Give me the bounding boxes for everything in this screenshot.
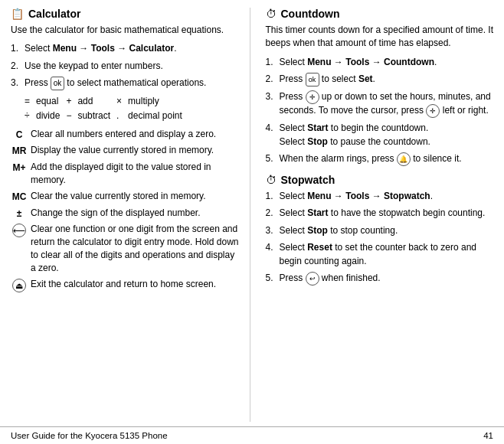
label-subtract: subtract <box>77 109 116 123</box>
MC-desc: Clear the value currently stored in memo… <box>31 190 206 203</box>
label-add: add <box>77 94 116 109</box>
calc-step-3-content: Press ok to select mathematical operatio… <box>25 77 239 90</box>
MR-icon: MR <box>11 144 28 158</box>
content-area: 📋 Calculator Use the calculator for basi… <box>0 0 504 426</box>
sw-step-4-content: Select Reset to set the counter back to … <box>280 241 494 268</box>
ok-icon: ok <box>51 77 64 90</box>
sw-step-2: Select Start to have the stopwatch begin… <box>266 207 494 220</box>
alarm-icon: 🔔 <box>397 152 411 166</box>
footer-left-text: User Guide for the Kyocera 5135 Phone <box>11 431 168 440</box>
countdown-header: ⏱ Countdown <box>266 8 494 20</box>
sw-step-1-content: Select Menu → Tools → Stopwatch. <box>280 190 494 203</box>
Mplus-icon: M+ <box>11 161 28 175</box>
MR-desc: Display the value currently stored in me… <box>31 144 214 157</box>
nav-icon-2: ✛ <box>426 104 440 118</box>
sym-row-back: ⟵ Clear one function or one digit from t… <box>11 223 239 274</box>
cd-step-5: When the alarm rings, press 🔔 to silence… <box>266 152 494 166</box>
sym-row-MR: MR Display the value currently stored in… <box>11 144 239 158</box>
calculator-steps: Select Menu → Tools → Calculator. Use th… <box>11 42 239 90</box>
stopwatch-icon: ⏱ <box>266 174 277 186</box>
exit-desc: Exit the calculator and return to home s… <box>31 278 216 291</box>
countdown-intro: This timer counts down for a specified a… <box>266 24 494 51</box>
calc-step-2: Use the keypad to enter numbers. <box>11 60 239 73</box>
label-equal: equal <box>36 94 66 109</box>
C-desc: Clear all numbers entered and display a … <box>31 128 216 141</box>
calc-symbol-table: = equal + add × multiply ÷ divide − subt… <box>25 94 239 123</box>
pm-desc: Change the sign of the displayed number. <box>31 207 200 220</box>
pm-icon: ± <box>11 207 28 220</box>
calc-step-1-content: Select Menu → Tools → Calculator. <box>25 42 239 55</box>
footer: User Guide for the Kyocera 5135 Phone 41 <box>0 426 504 444</box>
exit-circle-icon: ⏏ <box>12 279 26 292</box>
page-container: 📋 Calculator Use the calculator for basi… <box>0 0 504 444</box>
countdown-icon: ⏱ <box>266 8 277 20</box>
sw-step-3-content: Select Stop to stop counting. <box>280 224 494 237</box>
sym-row-pm: ± Change the sign of the displayed numbe… <box>11 207 239 220</box>
ok-icon-cd: ok <box>306 73 319 87</box>
cd-step-4: Select Start to begin the countdown. Sel… <box>266 122 494 149</box>
stopwatch-title: Stopwatch <box>281 174 335 186</box>
sw-step-5-content: Press ↩ when finished. <box>280 272 494 286</box>
cd-step-3-content: Press ✛ up or down to set the hours, min… <box>280 90 494 118</box>
sw-step-4: Select Reset to set the counter back to … <box>266 241 494 268</box>
cd-step-4-content: Select Start to begin the countdown. Sel… <box>280 122 494 149</box>
calc-step-3: Press ok to select mathematical operatio… <box>11 77 239 90</box>
label-divide: divide <box>36 109 66 123</box>
sym-row-exit: ⏏ Exit the calculator and return to home… <box>11 278 239 292</box>
calc-step-2-content: Use the keypad to enter numbers. <box>25 60 239 73</box>
calculator-title: Calculator <box>28 8 80 20</box>
sym-plus: + <box>66 94 77 109</box>
calculator-intro: Use the calculator for basic mathematica… <box>11 24 239 37</box>
sym-mult: × <box>116 94 128 109</box>
sw-step-1: Select Menu → Tools → Stopwatch. <box>266 190 494 203</box>
sym-div: ÷ <box>25 109 36 123</box>
end-icon: ↩ <box>306 272 319 286</box>
countdown-steps: Select Menu → Tools → Countdown. Press o… <box>266 56 494 166</box>
cd-step-2: Press ok to select Set. <box>266 73 494 87</box>
exit-icon: ⏏ <box>11 278 28 292</box>
sw-step-5: Press ↩ when finished. <box>266 272 494 286</box>
calc-step-1: Select Menu → Tools → Calculator. <box>11 42 239 55</box>
cd-step-1-content: Select Menu → Tools → Countdown. <box>280 56 494 69</box>
calculator-icon: 📋 <box>11 8 24 20</box>
sym-row-C: C Clear all numbers entered and display … <box>11 128 239 142</box>
label-decimal: decimal point <box>128 109 188 123</box>
back-icon: ⟵ <box>11 223 28 237</box>
sym-minus: − <box>66 109 77 123</box>
Mplus-desc: Add the displayed digit to the value sto… <box>31 161 239 187</box>
C-icon: C <box>11 128 28 142</box>
stopwatch-header: ⏱ Stopwatch <box>266 174 494 186</box>
left-column: 📋 Calculator Use the calculator for basi… <box>11 8 250 422</box>
right-column: ⏱ Countdown This timer counts down for a… <box>258 8 494 422</box>
nav-icon-1: ✛ <box>306 90 319 104</box>
back-circle-icon: ⟵ <box>12 224 26 237</box>
label-multiply: multiply <box>128 94 188 109</box>
MC-icon: MC <box>11 190 28 204</box>
cd-step-2-content: Press ok to select Set. <box>280 73 494 87</box>
stopwatch-steps: Select Menu → Tools → Stopwatch. Select … <box>266 190 494 286</box>
cd-step-3: Press ✛ up or down to set the hours, min… <box>266 90 494 118</box>
sym-eq: = <box>25 94 36 109</box>
back-desc: Clear one function or one digit from the… <box>31 223 239 274</box>
footer-page-number: 41 <box>483 431 493 440</box>
sym-row-MC: MC Clear the value currently stored in m… <box>11 190 239 204</box>
calculator-header: 📋 Calculator <box>11 8 239 20</box>
cd-step-1: Select Menu → Tools → Countdown. <box>266 56 494 69</box>
sw-step-3: Select Stop to stop counting. <box>266 224 494 237</box>
cd-step-5-content: When the alarm rings, press 🔔 to silence… <box>280 152 494 166</box>
sym-dot: . <box>116 109 128 123</box>
sym-row-Mplus: M+ Add the displayed digit to the value … <box>11 161 239 187</box>
sw-step-2-content: Select Start to have the stopwatch begin… <box>280 207 494 220</box>
countdown-title: Countdown <box>281 8 340 20</box>
